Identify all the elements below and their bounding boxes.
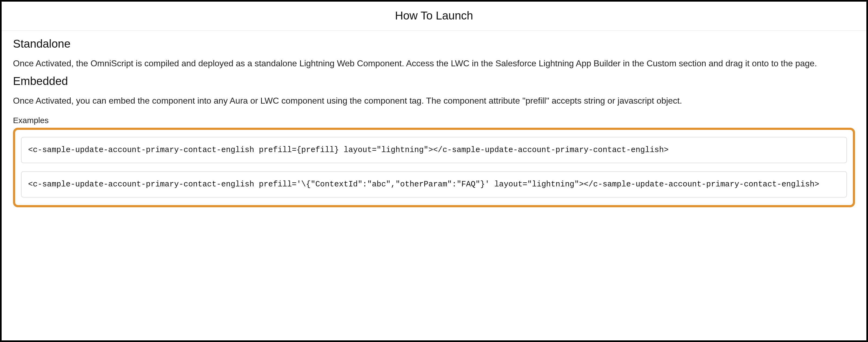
examples-highlight-box (13, 128, 855, 207)
embedded-heading: Embedded (13, 75, 855, 88)
dialog-title: How To Launch (2, 9, 866, 22)
dialog-content: Standalone Once Activated, the OmniScrip… (2, 31, 866, 218)
standalone-body: Once Activated, the OmniScript is compil… (13, 57, 855, 70)
standalone-heading: Standalone (13, 37, 855, 50)
examples-label: Examples (13, 116, 855, 125)
code-example-input-1[interactable] (21, 137, 847, 163)
dialog-header: How To Launch (2, 2, 866, 31)
embedded-body: Once Activated, you can embed the compon… (13, 94, 855, 107)
code-example-input-2[interactable] (21, 171, 847, 197)
dialog-window: How To Launch Standalone Once Activated,… (0, 0, 868, 342)
